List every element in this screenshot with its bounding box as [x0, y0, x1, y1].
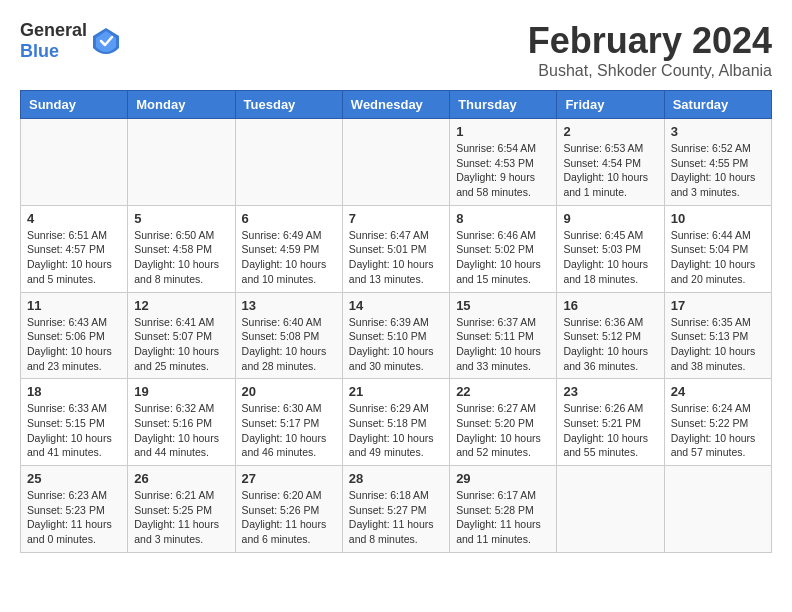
- day-number: 9: [563, 211, 657, 226]
- day-info: Sunrise: 6:41 AMSunset: 5:07 PMDaylight:…: [134, 315, 228, 374]
- day-number: 18: [27, 384, 121, 399]
- day-info: Sunrise: 6:20 AMSunset: 5:26 PMDaylight:…: [242, 488, 336, 547]
- calendar-week-row: 11Sunrise: 6:43 AMSunset: 5:06 PMDayligh…: [21, 292, 772, 379]
- day-number: 2: [563, 124, 657, 139]
- col-monday: Monday: [128, 91, 235, 119]
- calendar-cell: 4Sunrise: 6:51 AMSunset: 4:57 PMDaylight…: [21, 205, 128, 292]
- day-info: Sunrise: 6:29 AMSunset: 5:18 PMDaylight:…: [349, 401, 443, 460]
- day-number: 11: [27, 298, 121, 313]
- calendar-cell: 18Sunrise: 6:33 AMSunset: 5:15 PMDayligh…: [21, 379, 128, 466]
- calendar-cell: 16Sunrise: 6:36 AMSunset: 5:12 PMDayligh…: [557, 292, 664, 379]
- calendar-cell: 10Sunrise: 6:44 AMSunset: 5:04 PMDayligh…: [664, 205, 771, 292]
- logo-general: General: [20, 20, 87, 40]
- col-wednesday: Wednesday: [342, 91, 449, 119]
- day-info: Sunrise: 6:24 AMSunset: 5:22 PMDaylight:…: [671, 401, 765, 460]
- calendar-cell: [557, 466, 664, 553]
- subtitle: Bushat, Shkoder County, Albania: [528, 62, 772, 80]
- calendar-cell: 1Sunrise: 6:54 AMSunset: 4:53 PMDaylight…: [450, 119, 557, 206]
- day-info: Sunrise: 6:44 AMSunset: 5:04 PMDaylight:…: [671, 228, 765, 287]
- day-number: 21: [349, 384, 443, 399]
- calendar-cell: 23Sunrise: 6:26 AMSunset: 5:21 PMDayligh…: [557, 379, 664, 466]
- day-number: 17: [671, 298, 765, 313]
- calendar-cell: 29Sunrise: 6:17 AMSunset: 5:28 PMDayligh…: [450, 466, 557, 553]
- day-info: Sunrise: 6:46 AMSunset: 5:02 PMDaylight:…: [456, 228, 550, 287]
- day-number: 23: [563, 384, 657, 399]
- calendar-cell: 19Sunrise: 6:32 AMSunset: 5:16 PMDayligh…: [128, 379, 235, 466]
- main-title: February 2024: [528, 20, 772, 62]
- day-number: 26: [134, 471, 228, 486]
- calendar-cell: 13Sunrise: 6:40 AMSunset: 5:08 PMDayligh…: [235, 292, 342, 379]
- day-info: Sunrise: 6:52 AMSunset: 4:55 PMDaylight:…: [671, 141, 765, 200]
- day-info: Sunrise: 6:23 AMSunset: 5:23 PMDaylight:…: [27, 488, 121, 547]
- calendar-cell: 14Sunrise: 6:39 AMSunset: 5:10 PMDayligh…: [342, 292, 449, 379]
- day-info: Sunrise: 6:54 AMSunset: 4:53 PMDaylight:…: [456, 141, 550, 200]
- day-number: 20: [242, 384, 336, 399]
- day-info: Sunrise: 6:51 AMSunset: 4:57 PMDaylight:…: [27, 228, 121, 287]
- calendar-cell: [21, 119, 128, 206]
- day-number: 19: [134, 384, 228, 399]
- day-info: Sunrise: 6:33 AMSunset: 5:15 PMDaylight:…: [27, 401, 121, 460]
- day-info: Sunrise: 6:43 AMSunset: 5:06 PMDaylight:…: [27, 315, 121, 374]
- calendar-week-row: 25Sunrise: 6:23 AMSunset: 5:23 PMDayligh…: [21, 466, 772, 553]
- logo-text: General Blue: [20, 20, 87, 62]
- day-info: Sunrise: 6:37 AMSunset: 5:11 PMDaylight:…: [456, 315, 550, 374]
- day-number: 29: [456, 471, 550, 486]
- col-saturday: Saturday: [664, 91, 771, 119]
- day-info: Sunrise: 6:32 AMSunset: 5:16 PMDaylight:…: [134, 401, 228, 460]
- calendar-cell: 9Sunrise: 6:45 AMSunset: 5:03 PMDaylight…: [557, 205, 664, 292]
- day-number: 16: [563, 298, 657, 313]
- calendar-cell: 6Sunrise: 6:49 AMSunset: 4:59 PMDaylight…: [235, 205, 342, 292]
- logo-icon: [91, 26, 121, 56]
- calendar-cell: [664, 466, 771, 553]
- day-number: 28: [349, 471, 443, 486]
- day-number: 27: [242, 471, 336, 486]
- calendar-week-row: 4Sunrise: 6:51 AMSunset: 4:57 PMDaylight…: [21, 205, 772, 292]
- day-number: 14: [349, 298, 443, 313]
- day-number: 1: [456, 124, 550, 139]
- day-info: Sunrise: 6:30 AMSunset: 5:17 PMDaylight:…: [242, 401, 336, 460]
- day-number: 13: [242, 298, 336, 313]
- day-number: 6: [242, 211, 336, 226]
- calendar-cell: 7Sunrise: 6:47 AMSunset: 5:01 PMDaylight…: [342, 205, 449, 292]
- calendar-cell: 27Sunrise: 6:20 AMSunset: 5:26 PMDayligh…: [235, 466, 342, 553]
- col-sunday: Sunday: [21, 91, 128, 119]
- col-friday: Friday: [557, 91, 664, 119]
- calendar-cell: 2Sunrise: 6:53 AMSunset: 4:54 PMDaylight…: [557, 119, 664, 206]
- day-number: 12: [134, 298, 228, 313]
- page-header: General Blue February 2024 Bushat, Shkod…: [20, 20, 772, 80]
- day-number: 7: [349, 211, 443, 226]
- day-number: 4: [27, 211, 121, 226]
- day-number: 15: [456, 298, 550, 313]
- calendar-cell: 8Sunrise: 6:46 AMSunset: 5:02 PMDaylight…: [450, 205, 557, 292]
- day-number: 5: [134, 211, 228, 226]
- day-info: Sunrise: 6:36 AMSunset: 5:12 PMDaylight:…: [563, 315, 657, 374]
- day-number: 3: [671, 124, 765, 139]
- calendar-cell: 25Sunrise: 6:23 AMSunset: 5:23 PMDayligh…: [21, 466, 128, 553]
- logo: General Blue: [20, 20, 121, 62]
- day-info: Sunrise: 6:45 AMSunset: 5:03 PMDaylight:…: [563, 228, 657, 287]
- col-tuesday: Tuesday: [235, 91, 342, 119]
- calendar-cell: 15Sunrise: 6:37 AMSunset: 5:11 PMDayligh…: [450, 292, 557, 379]
- day-info: Sunrise: 6:21 AMSunset: 5:25 PMDaylight:…: [134, 488, 228, 547]
- col-thursday: Thursday: [450, 91, 557, 119]
- calendar-cell: 20Sunrise: 6:30 AMSunset: 5:17 PMDayligh…: [235, 379, 342, 466]
- calendar-week-row: 1Sunrise: 6:54 AMSunset: 4:53 PMDaylight…: [21, 119, 772, 206]
- logo-blue: Blue: [20, 41, 59, 61]
- calendar-cell: [235, 119, 342, 206]
- calendar-cell: 28Sunrise: 6:18 AMSunset: 5:27 PMDayligh…: [342, 466, 449, 553]
- calendar-table: Sunday Monday Tuesday Wednesday Thursday…: [20, 90, 772, 553]
- calendar-cell: 5Sunrise: 6:50 AMSunset: 4:58 PMDaylight…: [128, 205, 235, 292]
- day-info: Sunrise: 6:35 AMSunset: 5:13 PMDaylight:…: [671, 315, 765, 374]
- calendar-cell: [342, 119, 449, 206]
- day-info: Sunrise: 6:53 AMSunset: 4:54 PMDaylight:…: [563, 141, 657, 200]
- calendar-cell: 24Sunrise: 6:24 AMSunset: 5:22 PMDayligh…: [664, 379, 771, 466]
- calendar-cell: 12Sunrise: 6:41 AMSunset: 5:07 PMDayligh…: [128, 292, 235, 379]
- day-info: Sunrise: 6:17 AMSunset: 5:28 PMDaylight:…: [456, 488, 550, 547]
- day-number: 24: [671, 384, 765, 399]
- day-info: Sunrise: 6:50 AMSunset: 4:58 PMDaylight:…: [134, 228, 228, 287]
- calendar-cell: 21Sunrise: 6:29 AMSunset: 5:18 PMDayligh…: [342, 379, 449, 466]
- calendar-cell: 17Sunrise: 6:35 AMSunset: 5:13 PMDayligh…: [664, 292, 771, 379]
- day-info: Sunrise: 6:18 AMSunset: 5:27 PMDaylight:…: [349, 488, 443, 547]
- calendar-header-row: Sunday Monday Tuesday Wednesday Thursday…: [21, 91, 772, 119]
- calendar-cell: 3Sunrise: 6:52 AMSunset: 4:55 PMDaylight…: [664, 119, 771, 206]
